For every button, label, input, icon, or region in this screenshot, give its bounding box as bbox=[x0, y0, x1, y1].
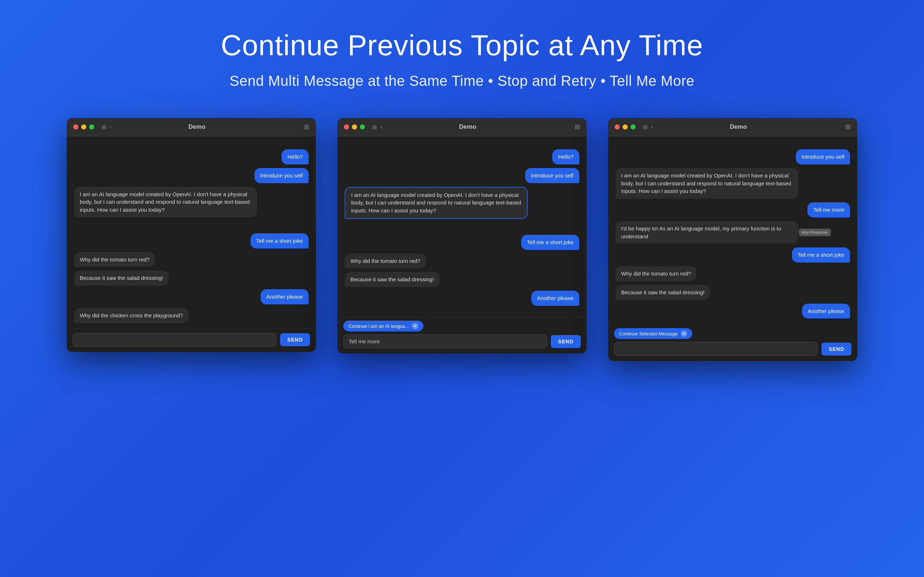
bubble-happy-3: I'd be happy to! As an AI language model… bbox=[615, 221, 798, 244]
msg-another-2: Another please bbox=[345, 291, 579, 306]
bubble-hello-2: Hello? bbox=[552, 149, 579, 164]
bubble-another-1: Another please bbox=[261, 289, 309, 305]
send-button-3[interactable]: SEND bbox=[822, 343, 851, 356]
bubble-chicken-1: Why did the chicken cross the playground… bbox=[74, 308, 189, 323]
bubble-another-2: Another please bbox=[531, 291, 579, 306]
close-button-1[interactable] bbox=[73, 124, 78, 129]
msg-joke-req-2: Tell me a short joke bbox=[345, 235, 579, 250]
chat-area-1: Hello? Introduce you self I am an AI lan… bbox=[67, 136, 316, 329]
msg-introduce-3: Introduce you self bbox=[615, 149, 850, 164]
minimize-button-2[interactable] bbox=[352, 124, 357, 129]
msg-joke-req-1: Tell me a short joke bbox=[74, 233, 309, 248]
window-3: ⊞ ‹ Demo ⊞ Introduce you self I am an AI… bbox=[608, 118, 857, 361]
bubble-ai-intro-2[interactable]: I am an AI language model created by Ope… bbox=[345, 187, 528, 219]
maximize-button-2[interactable] bbox=[360, 124, 365, 129]
msg-introduce-1: Introduce you self bbox=[74, 168, 309, 183]
msg-joke-a-3: Because it saw the salad dressing! bbox=[615, 285, 850, 300]
settings-icon-3[interactable]: ⊞ bbox=[845, 123, 851, 131]
bubble-another-3: Another please bbox=[802, 304, 850, 319]
send-button-2[interactable]: SEND bbox=[551, 335, 581, 348]
bubble-ai-intro-1: I am an AI language model created by Ope… bbox=[74, 187, 257, 218]
chat-input-1[interactable] bbox=[73, 333, 276, 347]
chat-bottom-2: Continue I am an AI langua... ✕ SEND bbox=[338, 317, 586, 353]
context-tag-text-3: Continue Selected Message bbox=[619, 331, 678, 337]
context-tag-label-3[interactable]: Continue Selected Message ✕ bbox=[614, 328, 692, 339]
traffic-lights-3 bbox=[615, 124, 636, 129]
msg-happy-3: I'd be happy to! As an AI language model… bbox=[615, 221, 850, 244]
close-button-2[interactable] bbox=[344, 124, 349, 129]
traffic-lights-1 bbox=[73, 124, 94, 129]
msg-introduce-2: Introduce you self bbox=[345, 168, 579, 183]
window-1: ⊞ ‹ Demo ⊞ Hello? Introduce you self I a… bbox=[67, 118, 316, 352]
chat-bottom-1: SEND bbox=[67, 329, 316, 352]
msg-ai-intro-1: I am an AI language model created by Ope… bbox=[74, 187, 309, 218]
minimize-button-1[interactable] bbox=[81, 124, 86, 129]
context-tag-2: Continue I am an AI langua... ✕ bbox=[343, 321, 581, 334]
bubble-tellmore-3: Tell me more bbox=[808, 202, 850, 218]
bubble-happy-text-3: I'd be happy to! As an AI language model… bbox=[621, 226, 781, 239]
msg-another-3: Another please bbox=[615, 304, 850, 319]
context-tag-close-3[interactable]: ✕ bbox=[681, 330, 687, 337]
titlebar-1: ⊞ ‹ Demo ⊞ bbox=[67, 118, 316, 136]
window-title-1: Demo bbox=[94, 123, 300, 131]
page-subtitle: Send Multi Message at the Same Time • St… bbox=[229, 73, 695, 89]
bubble-joke-a-2: Because it saw the salad dressing! bbox=[345, 272, 439, 287]
context-tag-text-2: Continue I am an AI langua... bbox=[348, 324, 409, 329]
input-row-2: SEND bbox=[343, 334, 581, 348]
bubble-hello-1: Hello? bbox=[281, 149, 309, 164]
phones-row: ⊞ ‹ Demo ⊞ Hello? Introduce you self I a… bbox=[67, 118, 857, 361]
settings-icon-1[interactable]: ⊞ bbox=[304, 123, 309, 131]
chat-input-3[interactable] bbox=[614, 342, 818, 356]
window-title-2: Demo bbox=[365, 123, 570, 131]
context-tag-label-2[interactable]: Continue I am an AI langua... ✕ bbox=[343, 321, 423, 331]
maximize-button-3[interactable] bbox=[630, 124, 636, 129]
msg-ai-intro-2: I am an AI language model created by Ope… bbox=[345, 187, 579, 219]
page-title: Continue Previous Topic at Any Time bbox=[221, 29, 703, 62]
titlebar-3: ⊞ ‹ Demo ⊞ bbox=[608, 118, 857, 136]
chat-bottom-3: Continue Selected Message ✕ SEND bbox=[608, 324, 857, 361]
msg-joke-a-1: Because it saw the salad dressing! bbox=[74, 271, 309, 285]
window-title-3: Demo bbox=[636, 123, 841, 131]
maximize-button-1[interactable] bbox=[89, 124, 94, 129]
msg-hello-2: Hello? bbox=[345, 149, 579, 164]
msg-joke-q-3: Why did the tomato turn red? bbox=[615, 266, 850, 281]
window-2: ⊞ ‹ Demo ⊞ Hello? Introduce you self I a… bbox=[338, 118, 586, 353]
msg-hello-1: Hello? bbox=[74, 149, 309, 164]
bubble-joke-a-1: Because it saw the salad dressing! bbox=[74, 271, 169, 285]
msg-tellmore-3: Tell me more bbox=[615, 202, 850, 218]
bubble-joke-req-1: Tell me a short joke bbox=[250, 233, 309, 248]
bubble-introduce-1: Introduce you self bbox=[254, 168, 309, 183]
msg-joke-q-1: Why did the tomato turn red? bbox=[74, 252, 309, 267]
msg-chicken-1: Why did the chicken cross the playground… bbox=[74, 308, 309, 323]
bubble-introduce-2: Introduce you self bbox=[525, 168, 579, 183]
bubble-joke-req-2: Tell me a short joke bbox=[521, 235, 579, 250]
chat-area-2: Hello? Introduce you self I am an AI lan… bbox=[338, 136, 586, 317]
bubble-joke-req-3: Tell me a short joke bbox=[792, 247, 850, 263]
input-row-1: SEND bbox=[73, 333, 310, 347]
send-button-1[interactable]: SEND bbox=[280, 333, 310, 346]
close-button-3[interactable] bbox=[615, 124, 620, 129]
bubble-joke-q-1: Why did the tomato turn red? bbox=[74, 252, 155, 267]
chat-area-3: Introduce you self I am an AI language m… bbox=[608, 136, 857, 324]
bubble-introduce-3: Introduce you self bbox=[796, 149, 850, 164]
context-tag-3: Continue Selected Message ✕ bbox=[614, 328, 851, 342]
msg-another-1: Another please bbox=[74, 289, 309, 305]
msg-joke-q-2: Why did the tomato turn red? bbox=[345, 253, 579, 269]
msg-ai-intro-3: I am an AI language model created by Ope… bbox=[615, 168, 850, 199]
chat-input-2[interactable] bbox=[343, 334, 547, 348]
msg-joke-a-2: Because it saw the salad dressing! bbox=[345, 272, 579, 287]
minimize-button-3[interactable] bbox=[623, 124, 628, 129]
stop-response-tooltip[interactable]: stop Response bbox=[799, 229, 831, 237]
settings-icon-2[interactable]: ⊞ bbox=[575, 123, 580, 131]
bubble-joke-q-3: Why did the tomato turn red? bbox=[615, 266, 696, 281]
bubble-joke-q-2: Why did the tomato turn red? bbox=[345, 253, 426, 269]
input-row-3: SEND bbox=[614, 342, 851, 356]
context-tag-close-2[interactable]: ✕ bbox=[412, 323, 418, 329]
bubble-ai-intro-3: I am an AI language model created by Ope… bbox=[615, 168, 798, 199]
bubble-joke-a-3: Because it saw the salad dressing! bbox=[615, 285, 710, 300]
msg-joke-req-3: Tell me a short joke bbox=[615, 247, 850, 263]
traffic-lights-2 bbox=[344, 124, 365, 129]
titlebar-2: ⊞ ‹ Demo ⊞ bbox=[338, 118, 586, 136]
